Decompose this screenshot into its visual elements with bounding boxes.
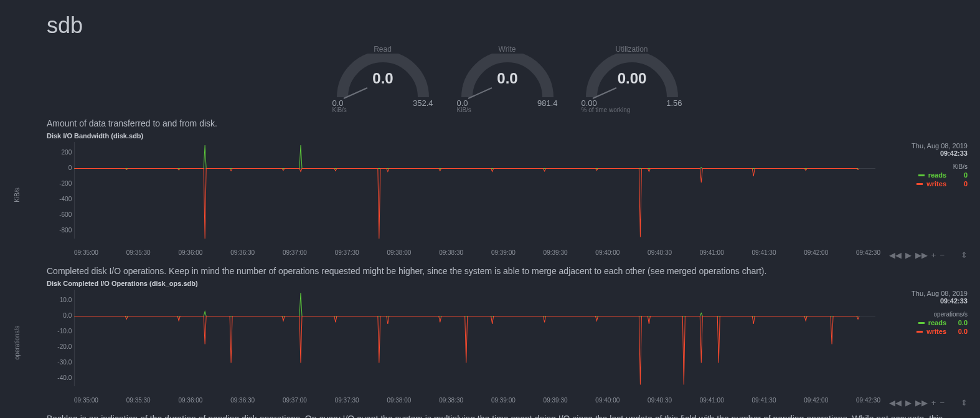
legend-time: 09:42:33	[880, 297, 968, 305]
legend-writes-row[interactable]: writes0.0	[880, 328, 968, 335]
svg-text:0.0: 0.0	[497, 70, 517, 87]
swatch-writes-icon	[916, 183, 923, 185]
gauge-util-arc: 0.00	[579, 54, 685, 102]
chart-ops-title: Disk Completed I/O Operations (disk_ops.…	[47, 280, 968, 287]
swatch-reads-icon	[918, 322, 925, 324]
x-tick: 09:39:00	[491, 249, 516, 256]
legend-date: Thu, Aug 08, 2019	[880, 290, 968, 297]
forward-icon[interactable]: ▶▶	[915, 250, 928, 260]
x-tick: 09:38:30	[439, 397, 463, 404]
legend-date: Thu, Aug 08, 2019	[880, 142, 968, 150]
svg-text:0.0: 0.0	[63, 313, 72, 320]
x-tick: 09:38:00	[387, 249, 411, 256]
x-tick: 09:39:30	[544, 397, 568, 404]
x-tick: 09:35:00	[74, 249, 98, 256]
x-tick: 09:36:00	[178, 249, 202, 256]
chart-bandwidth-ylabel: KiB/s	[14, 188, 25, 202]
x-tick: 09:38:00	[387, 397, 411, 404]
zoom-out-icon[interactable]: −	[940, 250, 945, 260]
x-tick: 09:42:00	[804, 397, 828, 404]
bandwidth-description: Amount of data transferred to and from d…	[47, 118, 968, 128]
page-title: sdb	[47, 12, 968, 39]
svg-text:0.0: 0.0	[372, 70, 393, 87]
x-tick: 09:41:30	[752, 397, 776, 404]
x-tick: 09:40:30	[648, 249, 672, 256]
x-tick: 09:37:00	[283, 249, 307, 256]
x-tick: 09:41:00	[700, 397, 724, 404]
svg-text:0.00: 0.00	[617, 70, 646, 87]
chart-ops-xaxis: 09:35:0009:35:3009:36:0009:36:3009:37:00…	[47, 396, 968, 405]
x-tick: 09:35:00	[74, 397, 98, 404]
svg-text:-10.0: -10.0	[57, 328, 72, 335]
forward-icon[interactable]: ▶▶	[915, 398, 928, 407]
gauge-write-arc: 0.0	[455, 54, 560, 102]
gauge-utilization[interactable]: Utilization 0.00 0.001.56 % of time work…	[579, 45, 685, 113]
x-tick: 09:35:30	[126, 397, 151, 404]
gauges-row: Read 0.0 0.0352.4 KiB/s Write 0.0 0.0981…	[47, 45, 968, 113]
x-tick: 09:38:30	[439, 249, 463, 256]
legend-reads-row[interactable]: reads0.0	[880, 319, 968, 326]
gauge-write[interactable]: Write 0.0 0.0981.4 KiB/s	[455, 45, 560, 113]
x-tick: 09:40:30	[648, 397, 672, 404]
svg-text:-400: -400	[59, 196, 72, 203]
x-tick: 09:42:30	[856, 397, 880, 404]
chart-bandwidth-xaxis: 09:35:0009:35:3009:36:0009:36:3009:37:00…	[47, 248, 968, 257]
svg-text:-30.0: -30.0	[57, 359, 72, 366]
legend-units: operations/s	[880, 311, 968, 318]
x-tick: 09:37:30	[335, 397, 359, 404]
chart-ops-controls: ◀◀ ▶ ▶▶ + − ⇕	[889, 398, 968, 407]
chart-ops-plot[interactable]: 10.00.0-10.0-20.0-30.0-40.0	[47, 290, 875, 396]
svg-text:-20.0: -20.0	[57, 344, 72, 351]
legend-reads-row[interactable]: reads0	[880, 171, 968, 179]
x-tick: 09:37:00	[283, 397, 307, 404]
chart-ops-legend: Thu, Aug 08, 2019 09:42:33 operations/s …	[875, 290, 968, 396]
ops-description: Completed disk I/O operations. Keep in m…	[47, 266, 968, 276]
x-tick: 09:35:30	[126, 249, 151, 256]
gauge-read-max: 352.4	[413, 98, 433, 108]
svg-text:-800: -800	[59, 227, 72, 234]
svg-text:-600: -600	[59, 212, 72, 219]
chart-bandwidth-title: Disk I/O Bandwidth (disk.sdb)	[47, 132, 968, 140]
zoom-in-icon[interactable]: +	[931, 250, 936, 260]
x-tick: 09:40:00	[595, 249, 620, 256]
play-icon[interactable]: ▶	[905, 398, 912, 407]
resize-icon[interactable]: ⇕	[961, 250, 968, 260]
play-icon[interactable]: ▶	[905, 250, 912, 260]
resize-icon[interactable]: ⇕	[961, 398, 968, 407]
gauge-read[interactable]: Read 0.0 0.0352.4 KiB/s	[330, 45, 436, 113]
svg-text:200: 200	[62, 150, 72, 156]
x-tick: 09:36:30	[230, 249, 255, 256]
swatch-writes-icon	[916, 331, 923, 333]
x-tick: 09:36:00	[178, 397, 202, 404]
gauge-write-label: Write	[455, 45, 560, 54]
legend-units: KiB/s	[880, 163, 968, 170]
x-tick: 09:42:30	[856, 249, 880, 256]
svg-text:-40.0: -40.0	[57, 375, 72, 382]
rewind-icon[interactable]: ◀◀	[889, 398, 902, 407]
x-tick: 09:42:00	[804, 249, 828, 256]
legend-writes-row[interactable]: writes0	[880, 180, 968, 188]
x-tick: 09:39:30	[544, 249, 568, 256]
gauge-read-label: Read	[330, 45, 436, 54]
zoom-in-icon[interactable]: +	[931, 398, 936, 407]
legend-time: 09:42:33	[880, 150, 968, 157]
x-tick: 09:41:00	[700, 249, 724, 256]
chart-bandwidth-controls: ◀◀ ▶ ▶▶ + − ⇕	[889, 250, 968, 260]
chart-ops[interactable]: Disk Completed I/O Operations (disk_ops.…	[47, 280, 968, 405]
zoom-out-icon[interactable]: −	[940, 398, 945, 407]
svg-text:0: 0	[68, 165, 72, 172]
gauge-write-max: 981.4	[537, 98, 558, 108]
chart-bandwidth[interactable]: Disk I/O Bandwidth (disk.sdb) KiB/s 2000…	[47, 132, 968, 257]
swatch-reads-icon	[918, 174, 925, 176]
svg-text:10.0: 10.0	[60, 297, 72, 304]
chart-bandwidth-plot[interactable]: 2000-200-400-600-800	[47, 142, 875, 248]
svg-text:-200: -200	[59, 181, 72, 188]
x-tick: 09:41:30	[752, 249, 776, 256]
x-tick: 09:36:30	[230, 397, 255, 404]
gauge-read-arc: 0.0	[330, 54, 436, 102]
gauge-util-label: Utilization	[579, 45, 685, 54]
chart-bandwidth-legend: Thu, Aug 08, 2019 09:42:33 KiB/s reads0 …	[875, 142, 968, 248]
rewind-icon[interactable]: ◀◀	[889, 250, 902, 260]
gauge-util-max: 1.56	[666, 98, 682, 108]
x-tick: 09:39:00	[491, 397, 516, 404]
